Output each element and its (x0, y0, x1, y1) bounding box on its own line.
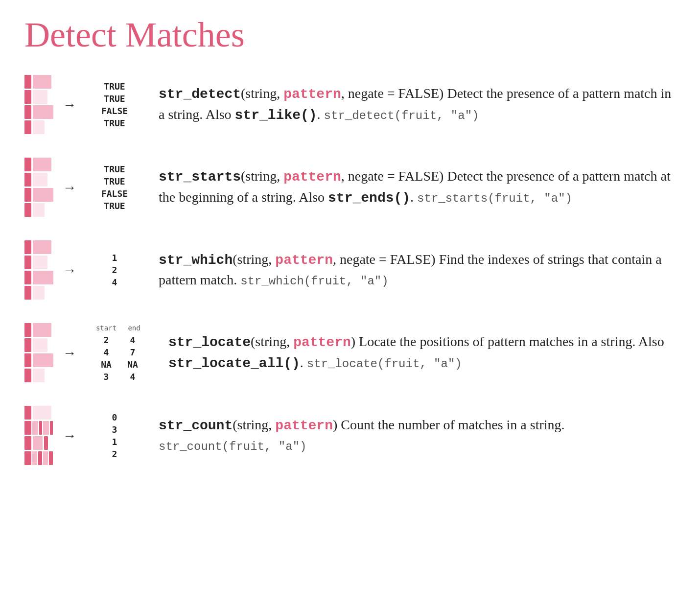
locate-header-start: start (96, 324, 117, 332)
output-val: TRUE (104, 118, 125, 128)
column-visual-1 (24, 75, 54, 134)
output-val: 4 (124, 372, 141, 382)
output-val: NA (124, 359, 141, 370)
output-val: FALSE (101, 106, 128, 116)
output-values-3: 1 2 4 (85, 253, 144, 287)
output-values-4: start end 2 4 4 7 NA NA 3 4 (85, 324, 154, 382)
output-val: 1 (108, 253, 121, 263)
locate-header-end: end (125, 324, 143, 332)
arrow-5: → (63, 428, 76, 444)
output-val: TRUE (104, 164, 125, 174)
output-val: 7 (124, 347, 141, 357)
description-str-detect: str_detect(string, pattern, negate = FAL… (144, 84, 676, 125)
output-val: 4 (97, 347, 115, 357)
column-visual-4 (24, 323, 54, 382)
output-val: 2 (97, 335, 115, 345)
output-values-5: 0 3 1 2 (85, 412, 144, 459)
output-values-1: TRUE TRUE FALSE TRUE (85, 81, 144, 128)
output-val: 1 (108, 437, 121, 447)
output-values-2: TRUE TRUE FALSE TRUE (85, 164, 144, 211)
output-val: TRUE (104, 93, 125, 104)
output-val: TRUE (104, 176, 125, 187)
description-str-count: str_count(string, pattern) Count the num… (144, 415, 676, 456)
function-row-str-count: → 0 3 1 2 str_count(string, pattern) Cou… (24, 406, 676, 465)
output-val: FALSE (101, 188, 128, 199)
function-row-str-which: → 1 2 4 str_which(string, pattern, negat… (24, 240, 676, 300)
output-val: TRUE (104, 201, 125, 211)
output-val: 2 (108, 449, 121, 459)
arrow-3: → (63, 262, 76, 278)
output-val: 0 (108, 412, 121, 422)
function-row-str-detect: → TRUE TRUE FALSE TRUE str_detect(string… (24, 75, 676, 134)
arrow-1: → (63, 97, 76, 113)
column-visual-5 (24, 406, 54, 465)
column-visual-2 (24, 158, 54, 217)
output-val: 4 (108, 277, 121, 287)
description-str-locate: str_locate(string, pattern) Locate the p… (154, 332, 676, 374)
arrow-4: → (63, 345, 76, 361)
function-row-str-locate: → start end 2 4 4 7 NA NA 3 4 str_locate… (24, 323, 676, 382)
output-val: 2 (108, 265, 121, 275)
page-title: Detect Matches (24, 15, 676, 55)
output-val: NA (97, 359, 115, 370)
description-str-starts: str_starts(string, pattern, negate = FAL… (144, 166, 676, 208)
function-row-str-starts: → TRUE TRUE FALSE TRUE str_starts(string… (24, 158, 676, 217)
output-val: 3 (108, 424, 121, 435)
column-visual-3 (24, 240, 54, 300)
output-val: 4 (124, 335, 141, 345)
arrow-2: → (63, 180, 76, 195)
output-val: 3 (97, 372, 115, 382)
output-val: TRUE (104, 81, 125, 92)
description-str-which: str_which(string, pattern, negate = FALS… (144, 250, 676, 290)
